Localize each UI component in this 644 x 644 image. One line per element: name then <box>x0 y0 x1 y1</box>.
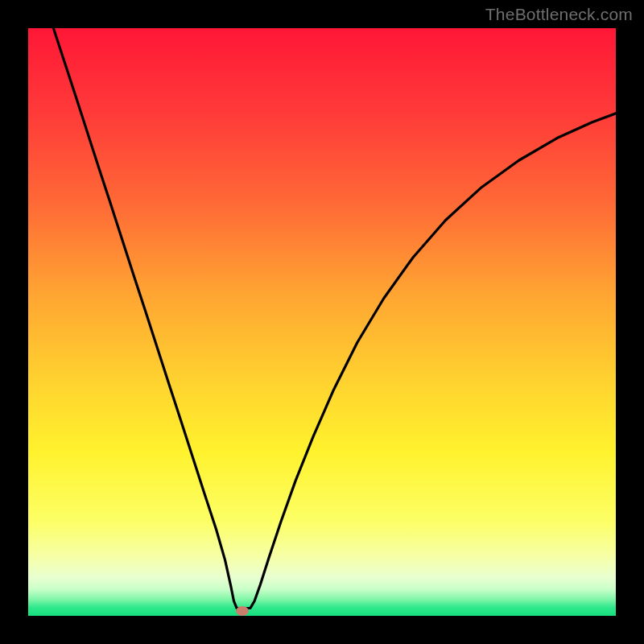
plot-area <box>28 28 616 616</box>
chart-frame: TheBottleneck.com <box>0 0 644 644</box>
background-gradient <box>28 28 616 616</box>
watermark-text: TheBottleneck.com <box>485 5 633 24</box>
svg-rect-0 <box>28 28 616 616</box>
